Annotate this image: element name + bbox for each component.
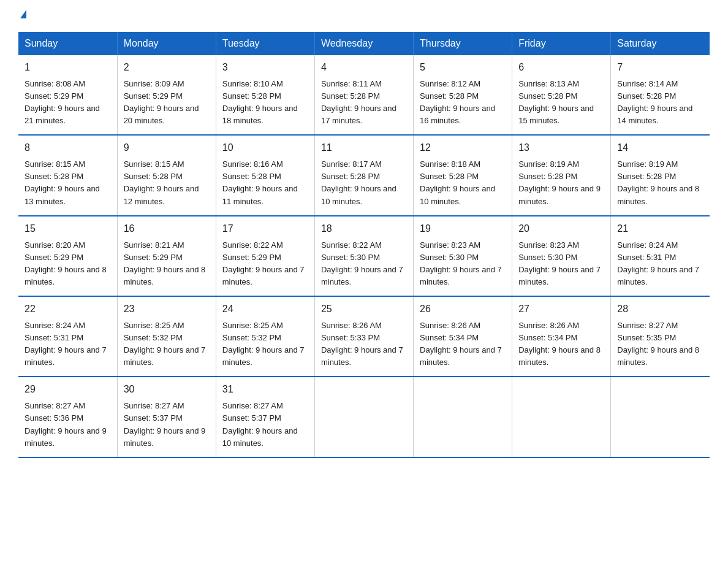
calendar-cell: 24Sunrise: 8:25 AMSunset: 5:32 PMDayligh… (216, 296, 314, 377)
daylight-text: Daylight: 9 hours and 10 minutes. (420, 184, 495, 205)
calendar-cell: 25Sunrise: 8:26 AMSunset: 5:33 PMDayligh… (314, 296, 413, 377)
day-number: 14 (617, 140, 703, 156)
day-number: 18 (321, 221, 407, 237)
sunset-text: Sunset: 5:29 PM (25, 91, 83, 101)
day-number: 21 (617, 221, 703, 237)
calendar-cell: 26Sunrise: 8:26 AMSunset: 5:34 PMDayligh… (414, 296, 512, 377)
calendar-cell: 23Sunrise: 8:25 AMSunset: 5:32 PMDayligh… (117, 296, 216, 377)
sunrise-text: Sunrise: 8:27 AM (25, 401, 85, 410)
sunrise-text: Sunrise: 8:25 AM (222, 321, 283, 330)
calendar-cell: 18Sunrise: 8:22 AMSunset: 5:30 PMDayligh… (314, 216, 413, 296)
calendar-cell: 7Sunrise: 8:14 AMSunset: 5:28 PMDaylight… (611, 55, 710, 135)
sunrise-text: Sunrise: 8:26 AM (420, 321, 480, 330)
sunset-text: Sunset: 5:34 PM (420, 333, 479, 342)
daylight-text: Daylight: 9 hours and 9 minutes. (25, 426, 107, 448)
day-number: 4 (321, 60, 407, 75)
sunrise-text: Sunrise: 8:17 AM (321, 159, 382, 169)
calendar-table: SundayMondayTuesdayWednesdayThursdayFrid… (18, 32, 710, 458)
sunrise-text: Sunrise: 8:11 AM (321, 79, 382, 88)
calendar-cell (512, 377, 611, 457)
logo (18, 12, 26, 21)
day-number: 8 (25, 140, 111, 156)
sunset-text: Sunset: 5:28 PM (222, 91, 281, 101)
day-number: 3 (222, 60, 308, 75)
daylight-text: Daylight: 9 hours and 8 minutes. (518, 345, 601, 367)
sunset-text: Sunset: 5:29 PM (25, 253, 83, 262)
calendar-cell: 30Sunrise: 8:27 AMSunset: 5:37 PMDayligh… (117, 377, 216, 457)
daylight-text: Daylight: 9 hours and 8 minutes. (25, 265, 107, 286)
sunrise-text: Sunrise: 8:24 AM (25, 321, 85, 330)
sunset-text: Sunset: 5:32 PM (124, 333, 183, 342)
day-number: 19 (420, 221, 506, 237)
header-row: SundayMondayTuesdayWednesdayThursdayFrid… (18, 32, 710, 55)
sunrise-text: Sunrise: 8:23 AM (420, 240, 480, 250)
sunset-text: Sunset: 5:32 PM (222, 333, 281, 342)
calendar-cell: 3Sunrise: 8:10 AMSunset: 5:28 PMDaylight… (216, 55, 314, 135)
sunset-text: Sunset: 5:31 PM (25, 333, 83, 342)
calendar-cell: 29Sunrise: 8:27 AMSunset: 5:36 PMDayligh… (18, 377, 117, 457)
calendar-cell: 6Sunrise: 8:13 AMSunset: 5:28 PMDaylight… (512, 55, 611, 135)
calendar-header: SundayMondayTuesdayWednesdayThursdayFrid… (18, 32, 710, 55)
week-row-3: 15Sunrise: 8:20 AMSunset: 5:29 PMDayligh… (18, 216, 710, 296)
sunrise-text: Sunrise: 8:12 AM (420, 79, 480, 88)
sunrise-text: Sunrise: 8:27 AM (617, 321, 678, 330)
sunset-text: Sunset: 5:28 PM (420, 172, 479, 181)
calendar-cell: 13Sunrise: 8:19 AMSunset: 5:28 PMDayligh… (512, 135, 611, 215)
sunset-text: Sunset: 5:28 PM (321, 172, 380, 181)
week-row-4: 22Sunrise: 8:24 AMSunset: 5:31 PMDayligh… (18, 296, 710, 377)
sunrise-text: Sunrise: 8:16 AM (222, 159, 283, 169)
daylight-text: Daylight: 9 hours and 17 minutes. (321, 104, 396, 125)
calendar-cell: 28Sunrise: 8:27 AMSunset: 5:35 PMDayligh… (611, 296, 710, 377)
sunrise-text: Sunrise: 8:08 AM (25, 79, 85, 88)
daylight-text: Daylight: 9 hours and 7 minutes. (617, 265, 699, 286)
daylight-text: Daylight: 9 hours and 7 minutes. (25, 345, 107, 367)
day-number: 30 (124, 382, 210, 397)
sunrise-text: Sunrise: 8:15 AM (124, 159, 184, 169)
calendar-cell (314, 377, 413, 457)
day-number: 7 (617, 60, 703, 75)
calendar-cell: 11Sunrise: 8:17 AMSunset: 5:28 PMDayligh… (314, 135, 413, 215)
calendar-cell: 17Sunrise: 8:22 AMSunset: 5:29 PMDayligh… (216, 216, 314, 296)
day-number: 29 (25, 382, 111, 397)
daylight-text: Daylight: 9 hours and 7 minutes. (420, 265, 502, 286)
sunset-text: Sunset: 5:29 PM (222, 253, 281, 262)
daylight-text: Daylight: 9 hours and 18 minutes. (222, 104, 298, 125)
calendar-cell: 16Sunrise: 8:21 AMSunset: 5:29 PMDayligh… (117, 216, 216, 296)
daylight-text: Daylight: 9 hours and 7 minutes. (518, 265, 601, 286)
daylight-text: Daylight: 9 hours and 7 minutes. (420, 345, 502, 367)
calendar-cell: 20Sunrise: 8:23 AMSunset: 5:30 PMDayligh… (512, 216, 611, 296)
sunset-text: Sunset: 5:31 PM (617, 253, 676, 262)
daylight-text: Daylight: 9 hours and 10 minutes. (321, 184, 396, 205)
sunrise-text: Sunrise: 8:25 AM (124, 321, 184, 330)
day-number: 27 (518, 302, 604, 317)
daylight-text: Daylight: 9 hours and 7 minutes. (124, 345, 206, 367)
calendar-cell: 15Sunrise: 8:20 AMSunset: 5:29 PMDayligh… (18, 216, 117, 296)
sunset-text: Sunset: 5:28 PM (124, 172, 183, 181)
sunrise-text: Sunrise: 8:24 AM (617, 240, 678, 250)
sunrise-text: Sunrise: 8:22 AM (222, 240, 283, 250)
daylight-text: Daylight: 9 hours and 13 minutes. (25, 184, 100, 205)
calendar-cell: 19Sunrise: 8:23 AMSunset: 5:30 PMDayligh… (414, 216, 512, 296)
sunset-text: Sunset: 5:28 PM (321, 91, 380, 101)
day-number: 26 (420, 302, 506, 317)
daylight-text: Daylight: 9 hours and 9 minutes. (124, 426, 206, 448)
sunset-text: Sunset: 5:33 PM (321, 333, 380, 342)
daylight-text: Daylight: 9 hours and 16 minutes. (420, 104, 495, 125)
header-wednesday: Wednesday (314, 32, 413, 55)
calendar-cell: 14Sunrise: 8:19 AMSunset: 5:28 PMDayligh… (611, 135, 710, 215)
sunrise-text: Sunrise: 8:19 AM (518, 159, 579, 169)
page-header (18, 12, 710, 21)
daylight-text: Daylight: 9 hours and 7 minutes. (222, 345, 305, 367)
sunset-text: Sunset: 5:28 PM (518, 91, 577, 101)
daylight-text: Daylight: 9 hours and 15 minutes. (518, 104, 594, 125)
sunrise-text: Sunrise: 8:15 AM (25, 159, 85, 169)
sunrise-text: Sunrise: 8:22 AM (321, 240, 382, 250)
sunrise-text: Sunrise: 8:14 AM (617, 79, 678, 88)
header-thursday: Thursday (414, 32, 512, 55)
day-number: 31 (222, 382, 308, 397)
day-number: 28 (617, 302, 703, 317)
logo-arrow-icon (20, 10, 26, 18)
calendar-cell: 31Sunrise: 8:27 AMSunset: 5:37 PMDayligh… (216, 377, 314, 457)
daylight-text: Daylight: 9 hours and 7 minutes. (321, 345, 403, 367)
day-number: 20 (518, 221, 604, 237)
